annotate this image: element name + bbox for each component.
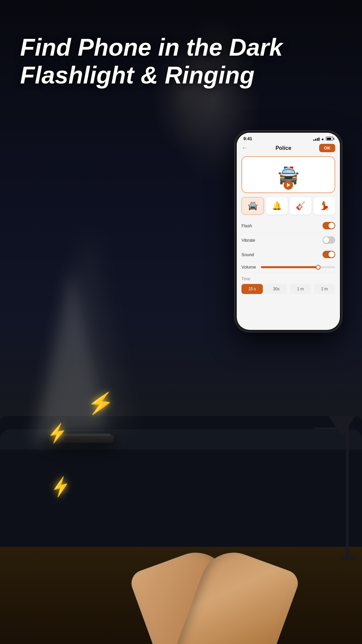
headline-text: Find Phone in the Dark Flashlight & Ring… bbox=[20, 34, 342, 89]
lightning-bolt-1: ⚡ bbox=[45, 422, 69, 445]
main-sound-image: 🚔 bbox=[241, 156, 335, 193]
app-title: Police bbox=[276, 145, 291, 151]
sound-option-police[interactable]: 🚔 bbox=[241, 197, 264, 215]
vibrate-toggle[interactable] bbox=[322, 236, 335, 244]
play-button[interactable] bbox=[284, 180, 293, 190]
sound-toggle[interactable] bbox=[322, 251, 335, 258]
battery-icon bbox=[326, 137, 333, 140]
vibrate-setting-row: Vibrate bbox=[241, 233, 335, 247]
volume-row: Volume bbox=[241, 262, 335, 273]
time-label: Time bbox=[241, 277, 335, 281]
time-option-30s[interactable]: 30s bbox=[266, 284, 287, 294]
sound-label: Sound bbox=[241, 252, 254, 257]
headline-line2: Flashlight & Ringing bbox=[20, 62, 255, 89]
hands-wrapper bbox=[121, 537, 308, 644]
headline-line1: Find Phone in the Dark bbox=[20, 34, 283, 61]
flash-setting-row: Flash bbox=[241, 219, 335, 233]
phone-screen: 9:41 ▲ ← Police OK 🚔 bbox=[237, 133, 340, 330]
time-option-15s[interactable]: 15 s bbox=[241, 284, 263, 294]
signal-icon bbox=[313, 137, 319, 141]
phone-device: 9:41 ▲ ← Police OK 🚔 bbox=[235, 131, 342, 332]
sound-option-dance[interactable]: 💃 bbox=[313, 197, 335, 215]
time-option-2m[interactable]: 2 m bbox=[314, 284, 335, 294]
clapping-hands bbox=[67, 409, 362, 644]
time-option-1m[interactable]: 1 m bbox=[290, 284, 311, 294]
app-header: ← Police OK bbox=[237, 142, 340, 155]
flash-label: Flash bbox=[241, 223, 252, 228]
wifi-icon: ▲ bbox=[321, 137, 324, 141]
sound-option-bell[interactable]: 🔔 bbox=[266, 197, 288, 215]
volume-label: Volume bbox=[241, 265, 258, 270]
volume-slider[interactable] bbox=[261, 266, 335, 268]
status-bar: 9:41 ▲ bbox=[237, 133, 340, 142]
sound-option-guitar[interactable]: 🎸 bbox=[290, 197, 311, 215]
back-button[interactable]: ← bbox=[241, 144, 247, 152]
play-triangle-icon bbox=[287, 183, 290, 187]
flash-toggle[interactable] bbox=[322, 222, 335, 229]
headline-section: Find Phone in the Dark Flashlight & Ring… bbox=[20, 34, 342, 89]
sound-setting-row: Sound bbox=[241, 247, 335, 262]
status-time: 9:41 bbox=[243, 136, 252, 141]
ok-button[interactable]: OK bbox=[319, 144, 335, 152]
settings-section: Flash Vibrate Sound Volume bbox=[237, 217, 340, 274]
status-icons: ▲ bbox=[313, 137, 333, 141]
time-section: Time 15 s 30s 1 m 2 m bbox=[237, 274, 340, 297]
vibrate-label: Vibrate bbox=[241, 238, 255, 243]
time-options-row: 15 s 30s 1 m 2 m bbox=[241, 284, 335, 294]
sound-options-row: 🚔 🔔 🎸 💃 bbox=[237, 194, 340, 217]
